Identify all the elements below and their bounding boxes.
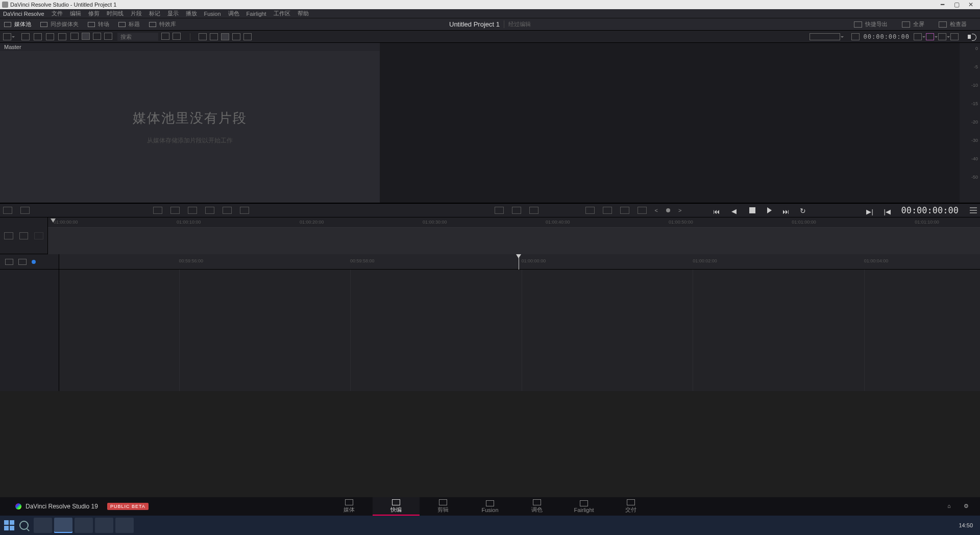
refresh-icon[interactable] <box>173 33 181 40</box>
ws-titles[interactable]: 标题 <box>118 20 140 28</box>
play-reverse-button[interactable]: ◀ <box>730 207 740 214</box>
start-button[interactable] <box>4 520 14 530</box>
edit-page[interactable]: 剪辑 <box>420 497 467 516</box>
close-button[interactable]: ✕ <box>964 1 978 8</box>
timecode-mode-icon[interactable] <box>851 33 860 40</box>
bin-view-mode[interactable] <box>3 33 11 40</box>
guides-dropdown[interactable] <box>926 33 934 40</box>
minimize-button[interactable]: ━ <box>935 1 949 8</box>
smart-insert-icon[interactable] <box>153 207 162 214</box>
stop-button[interactable] <box>748 207 757 214</box>
project-settings-button[interactable]: ⚙ <box>964 503 971 510</box>
task-item[interactable] <box>115 518 134 533</box>
task-item[interactable] <box>75 518 93 533</box>
tools-dropdown-icon[interactable] <box>495 207 504 214</box>
audio-track-icon[interactable] <box>34 232 43 239</box>
maximize-button[interactable]: ▢ <box>949 1 964 8</box>
menu-mark[interactable]: 标记 <box>149 10 160 17</box>
deliver-page[interactable]: 交付 <box>607 497 654 516</box>
ws-effects[interactable]: 特效库 <box>149 20 176 28</box>
marker-dropdown-icon[interactable] <box>620 207 629 214</box>
menu-app[interactable]: DaVinci Resolve <box>3 11 44 17</box>
menu-timeline[interactable]: 时间线 <box>107 10 124 17</box>
cut-page[interactable]: 快编 <box>373 497 420 516</box>
go-to-start-button[interactable]: ⏮ <box>713 207 722 214</box>
quick-export-button[interactable]: 快捷导出 <box>854 20 888 28</box>
mute-button[interactable] <box>968 33 977 40</box>
lower-ruler[interactable]: 00:59:56:0000:59:58:0001:00:00:0001:00:0… <box>59 254 980 270</box>
sort-button[interactable] <box>161 33 169 40</box>
dual-viewer-icon[interactable] <box>221 33 229 40</box>
flag-dropdown-icon[interactable] <box>638 207 647 214</box>
menu-playback[interactable]: 播放 <box>186 10 197 17</box>
source-clip-icon[interactable] <box>210 33 218 40</box>
menu-color[interactable]: 调色 <box>228 10 239 17</box>
lock-timeline-icon[interactable] <box>4 232 13 239</box>
media-page[interactable]: 媒体 <box>326 497 373 516</box>
ws-media-pool[interactable]: 媒体池 <box>4 20 31 28</box>
viewer[interactable] <box>380 43 960 203</box>
next-edit-button[interactable]: ▶| <box>866 207 875 214</box>
snap-indicator[interactable] <box>32 260 36 264</box>
boring-detector-icon[interactable] <box>3 207 12 214</box>
audio-sync-icon[interactable] <box>603 207 612 214</box>
sync-button[interactable] <box>46 33 54 40</box>
home-button[interactable]: ⌂ <box>947 503 954 510</box>
taskbar-search-icon[interactable] <box>19 521 29 530</box>
close-up-icon[interactable] <box>205 207 214 214</box>
menu-help[interactable]: 帮助 <box>298 10 309 17</box>
timeline-sync-icon[interactable] <box>19 232 29 239</box>
lower-track-body[interactable] <box>59 270 980 391</box>
task-item[interactable] <box>95 518 113 533</box>
single-viewer-icon[interactable] <box>232 33 240 40</box>
breadcrumb[interactable]: Master <box>0 43 380 51</box>
metadata-view-icon[interactable] <box>70 33 79 40</box>
source-tape-icon[interactable] <box>199 33 207 40</box>
video-track-toggle[interactable] <box>5 259 13 265</box>
timeline-options-icon[interactable] <box>585 207 595 214</box>
bypass-color-icon[interactable] <box>950 33 959 40</box>
search-input[interactable] <box>117 33 158 41</box>
import-media-button[interactable] <box>21 33 30 40</box>
menu-clip[interactable]: 片段 <box>131 10 142 17</box>
loop-button[interactable]: ↻ <box>800 207 809 214</box>
inspector-button[interactable]: 检查器 <box>939 20 967 28</box>
jog-dot-icon[interactable] <box>666 208 670 212</box>
fairlight-page[interactable]: Fairlight <box>560 497 607 516</box>
menu-fusion[interactable]: Fusion <box>204 11 221 17</box>
go-to-end-button[interactable]: ⏭ <box>782 207 792 214</box>
audio-trim-icon[interactable] <box>243 33 252 40</box>
thumbnail-view-icon[interactable] <box>82 33 90 40</box>
upper-track-strip[interactable] <box>48 228 980 254</box>
upper-ruler[interactable]: 01:00:00:0001:00:10:0001:00:20:0001:00:3… <box>48 217 980 228</box>
place-on-top-icon[interactable] <box>223 207 232 214</box>
fusion-page[interactable]: Fusion <box>467 497 513 516</box>
taskbar-clock[interactable]: 14:50 <box>959 522 976 529</box>
menu-fairlight[interactable]: Fairlight <box>247 11 266 17</box>
prev-edit-button[interactable]: |◀ <box>884 207 893 214</box>
append-icon[interactable] <box>170 207 180 214</box>
menu-workspace[interactable]: 工作区 <box>274 10 290 17</box>
menu-view[interactable]: 显示 <box>167 10 179 17</box>
color-page[interactable]: 调色 <box>513 497 560 516</box>
fullscreen-button[interactable]: 全屏 <box>902 20 924 28</box>
menu-file[interactable]: 文件 <box>52 10 63 17</box>
task-item-active[interactable] <box>54 518 72 533</box>
link-button[interactable] <box>58 33 66 40</box>
menu-trim[interactable]: 修剪 <box>88 10 100 17</box>
overlay-dropdown[interactable] <box>938 33 946 40</box>
resolution-dropdown[interactable] <box>810 33 840 40</box>
menu-edit[interactable]: 编辑 <box>70 10 81 17</box>
task-item[interactable] <box>34 518 52 533</box>
timeline-menu-icon[interactable] <box>970 207 977 213</box>
strip-view-icon[interactable] <box>93 33 101 40</box>
play-button[interactable] <box>765 207 774 214</box>
split-clip-icon[interactable] <box>20 207 30 214</box>
ws-transitions[interactable]: 转场 <box>88 20 109 28</box>
ws-sync-bin[interactable]: 同步媒体夹 <box>40 20 79 28</box>
razor-tool-icon[interactable] <box>18 259 27 265</box>
import-folder-button[interactable] <box>34 33 42 40</box>
dynamic-zoom-icon[interactable] <box>512 207 521 214</box>
ripple-overwrite-icon[interactable] <box>188 207 197 214</box>
transport-timecode[interactable]: 00:00:00:00 <box>901 205 959 215</box>
